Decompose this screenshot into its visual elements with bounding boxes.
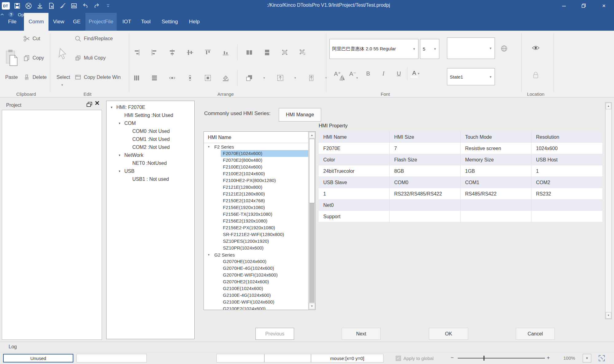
panel-close-icon[interactable]: ✕: [95, 99, 100, 107]
status-unused-field[interactable]: Unused: [3, 354, 73, 362]
center-in-window-icon[interactable]: [204, 74, 212, 82]
select-button[interactable]: [58, 48, 68, 60]
tree-item[interactable]: COM0 :Not Used: [107, 127, 194, 135]
hmi-model-item[interactable]: SR-F2121E2-WIFI(1280x800): [221, 231, 308, 238]
paste-button[interactable]: [4, 48, 19, 70]
layer-order-dropdown-icon[interactable]: ▼: [263, 76, 266, 79]
tree-item[interactable]: ▼USB: [107, 167, 194, 175]
hmi-model-item[interactable]: F2100E2(1024x600): [221, 170, 308, 177]
tree-item[interactable]: ▼NetWork: [107, 151, 194, 159]
app-logo-icon[interactable]: DT: [2, 2, 10, 10]
hmi-model-item[interactable]: F2121E(1280x800): [221, 184, 308, 191]
menu-item-file[interactable]: File: [4, 13, 20, 31]
tree-item[interactable]: USB1 : Not used: [107, 175, 194, 183]
tree-item[interactable]: ▼COM: [107, 119, 194, 127]
hmi-model-item[interactable]: G2070HE(1024x600): [221, 258, 308, 265]
tree-item[interactable]: HMI Setting :Not Used: [107, 111, 194, 119]
dialog-scroll-up-icon[interactable]: ▲: [606, 103, 611, 109]
ok-button[interactable]: OK: [429, 328, 468, 340]
tree-item[interactable]: NET0 :NotUsed: [107, 159, 194, 167]
hmi-model-item[interactable]: F2100E(1024x600): [221, 164, 308, 170]
tree-item[interactable]: COM2 :Not Used: [107, 143, 194, 151]
group-expand-icon[interactable]: ▼: [208, 145, 214, 148]
align-bottom-icon[interactable]: [222, 49, 229, 56]
tree-item[interactable]: COM1 :Not Used: [107, 135, 194, 143]
hmi-model-item[interactable]: F2070E2(800x480): [221, 157, 308, 164]
dialog-scrollbar[interactable]: ▲ ▼: [605, 102, 612, 319]
compile-icon[interactable]: [59, 2, 67, 10]
hmi-model-item[interactable]: F2121E2(1280x800): [221, 191, 308, 197]
select-label[interactable]: Select: [56, 75, 70, 80]
collapse-ribbon-icon[interactable]: [0, 13, 4, 16]
zoom-slider-handle[interactable]: [484, 356, 484, 361]
font-color-dropdown-icon[interactable]: ▼: [417, 72, 420, 75]
menu-item-iot[interactable]: IOT: [119, 13, 135, 31]
hmi-model-item[interactable]: SZ10PR(1024x600): [221, 245, 308, 251]
zoom-slider[interactable]: [458, 358, 545, 358]
hmi-model-item[interactable]: F2156E2(1920x1080): [221, 218, 308, 224]
increase-font-button[interactable]: A⁺: [332, 70, 343, 77]
tree-expand-icon[interactable]: ▼: [118, 122, 124, 125]
apply-to-global-checkbox[interactable]: ✓: [396, 356, 401, 361]
zoom-in-button[interactable]: +: [547, 355, 550, 361]
chart-window-icon[interactable]: [70, 2, 78, 10]
tools-icon[interactable]: [25, 2, 33, 10]
font-size-combobox[interactable]: 5▼: [420, 39, 439, 59]
align-window-v-icon[interactable]: [277, 74, 284, 82]
size-to-selection-icon[interactable]: [299, 49, 306, 56]
distribute-vertical-icon[interactable]: [151, 74, 158, 82]
menu-item-help[interactable]: Help: [185, 13, 204, 31]
font-family-combobox[interactable]: 阿里巴巴普惠体 2.0 55 Regular▼: [329, 39, 418, 59]
customize-quick-access-icon[interactable]: [104, 2, 112, 10]
hmi-model-item[interactable]: G2100E2(1024x600): [221, 305, 308, 310]
same-height-icon[interactable]: [263, 49, 271, 56]
hmi-model-item[interactable]: F2156E2-PX(1920x1080): [221, 224, 308, 231]
delete-button[interactable]: Delete: [23, 74, 47, 81]
tree-expand-icon[interactable]: ▼: [110, 106, 116, 109]
fill-color-icon[interactable]: [222, 74, 229, 82]
hmi-model-item[interactable]: SZ10PES(1200x1920): [221, 238, 308, 245]
hmi-series-group[interactable]: ▼G2 Series: [204, 251, 308, 258]
globe-icon[interactable]: [500, 45, 508, 52]
layer-order-icon[interactable]: [246, 74, 253, 82]
vertical-spacing-icon[interactable]: [186, 74, 194, 82]
hmi-model-item[interactable]: G2070HE2(1024x600): [221, 278, 308, 285]
copy-delete-win-button[interactable]: Copy Delete Win: [75, 74, 121, 81]
tree-expand-icon[interactable]: ▼: [118, 170, 124, 173]
select-dropdown-icon[interactable]: ▼: [61, 83, 64, 87]
paste-label[interactable]: Paste: [5, 75, 18, 80]
bold-button[interactable]: B: [363, 70, 373, 77]
fit-screen-icon[interactable]: [598, 354, 605, 362]
menu-item-setting[interactable]: Setting: [158, 13, 182, 31]
hmi-model-item[interactable]: G2070HE-WIFI(1024x600): [221, 272, 308, 278]
hmi-manage-button[interactable]: HMI Manage: [279, 108, 321, 122]
tree-item[interactable]: ▼HMI: F2070E: [107, 103, 194, 111]
italic-button[interactable]: I: [378, 70, 389, 77]
same-width-icon[interactable]: [246, 49, 253, 56]
download-icon[interactable]: [36, 2, 44, 10]
hmi-model-item[interactable]: G2100E(1024x600): [221, 285, 308, 292]
state-combobox[interactable]: State1▼: [447, 68, 495, 85]
hmi-list-scrollbar[interactable]: ▲ ▼: [308, 132, 315, 310]
scroll-up-icon[interactable]: ▲: [309, 132, 315, 138]
muli-copy-button[interactable]: Muli Copy: [75, 55, 106, 61]
menu-item-ge[interactable]: GE: [70, 13, 84, 31]
status-field-2[interactable]: [76, 354, 147, 362]
hmi-model-item[interactable]: G2100E-4G(1024x600): [221, 292, 308, 299]
panel-float-icon[interactable]: [86, 101, 93, 107]
hmi-model-item[interactable]: F2150E2(1024x768): [221, 197, 308, 204]
align-hcenter-icon[interactable]: [186, 49, 194, 56]
find-replace-button[interactable]: Find/Replace: [75, 35, 113, 42]
hmi-series-group[interactable]: ▼F2 Series: [204, 143, 308, 150]
scrollbar-thumb[interactable]: [309, 139, 315, 203]
font-color-button[interactable]: A: [410, 70, 418, 78]
dialog-scroll-down-icon[interactable]: ▼: [606, 312, 611, 319]
menu-item-projectfile[interactable]: ProjectFile: [85, 13, 117, 31]
align-top-icon[interactable]: [204, 49, 212, 56]
lock-icon[interactable]: [532, 71, 539, 79]
restore-button[interactable]: [579, 2, 588, 10]
same-size-icon[interactable]: [281, 49, 289, 56]
align-vcenter-icon[interactable]: [169, 49, 176, 56]
hmi-model-item[interactable]: F2156E-TX(1920x1080): [221, 211, 308, 218]
minimize-button[interactable]: [559, 2, 569, 10]
